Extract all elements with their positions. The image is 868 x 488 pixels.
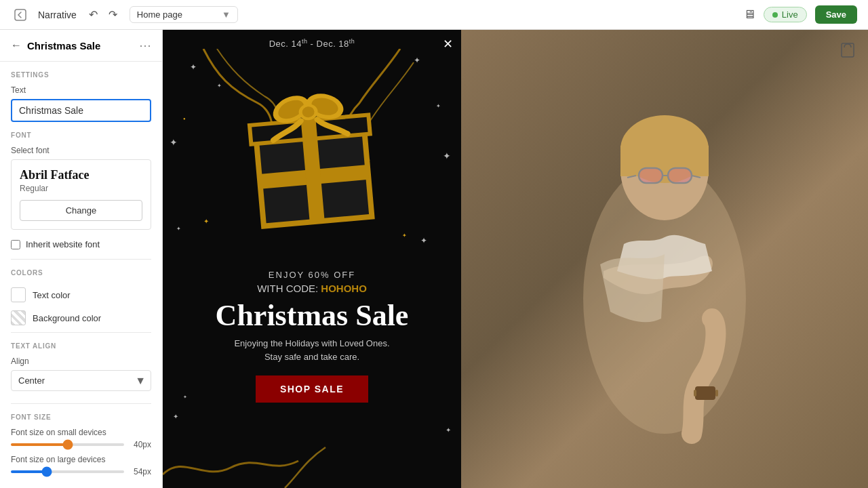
text-input[interactable] <box>11 99 151 122</box>
cart-icon[interactable] <box>838 46 857 63</box>
shop-sale-button[interactable]: SHOP SALE <box>256 375 368 403</box>
star-bottom-left: ✦ <box>173 413 178 420</box>
star-decoration: ✦ <box>436 103 441 109</box>
bottom-ribbon-svg <box>163 434 461 488</box>
divider-3 <box>11 403 151 404</box>
topbar-right: 🖥 Live Save <box>743 5 857 24</box>
live-dot <box>772 12 778 18</box>
divider-2 <box>11 332 151 333</box>
model-svg <box>536 81 793 488</box>
gift-image-area: ✦ ✦ ✦ ✦ ✦ ✦ ✦ ✦ <box>163 49 461 259</box>
align-label: Align <box>11 357 151 366</box>
settings-label: SETTINGS <box>11 71 151 79</box>
undo-redo-nav: ↶ ↷ <box>85 5 121 24</box>
svg-rect-23 <box>669 169 691 182</box>
small-device-slider-row: 40px <box>11 440 151 449</box>
right-image-area <box>461 30 868 488</box>
svg-rect-12 <box>842 43 854 57</box>
align-select[interactable]: Center Left Right <box>11 370 151 391</box>
small-device-slider[interactable] <box>11 443 124 446</box>
large-device-label: Font size on large devices <box>11 455 151 464</box>
settings-section: SETTINGS Text FONT Select font Abril Fat… <box>0 62 162 391</box>
device-icon[interactable]: 🖥 <box>743 7 755 22</box>
font-size-label: FONT SIZE <box>11 413 151 421</box>
sparkle: ● <box>183 117 186 121</box>
change-font-button[interactable]: Change <box>20 200 142 221</box>
sidebar-title: Christmas Sale <box>27 40 134 52</box>
text-color-row: Text color <box>11 283 151 306</box>
enjoy-text: ENJOY 60% OFF <box>179 270 445 280</box>
save-button[interactable]: Save <box>815 5 857 24</box>
star-small: ✦ <box>183 394 187 400</box>
inherit-font-label: Inherit website font <box>26 239 100 249</box>
font-size-section: FONT SIZE Font size on small devices 40p… <box>0 391 162 486</box>
code-text: WITH CODE: HOHOHO <box>179 283 445 294</box>
promo-content: ENJOY 60% OFF WITH CODE: HOHOHO Christma… <box>163 259 461 413</box>
main-layout: ← Christmas Sale ⋯ SETTINGS Text FONT Se… <box>0 30 868 488</box>
select-font-label: Select font <box>11 146 151 155</box>
text-color-label: Text color <box>33 290 71 300</box>
svg-rect-25 <box>694 390 696 396</box>
sidebar-header: ← Christmas Sale ⋯ <box>0 30 162 62</box>
svg-rect-26 <box>715 390 718 396</box>
star-decoration: ✦ <box>176 226 181 232</box>
small-device-label: Font size on small devices <box>11 428 151 437</box>
colors-label: COLORS <box>11 269 151 277</box>
cart-icon-wrapper <box>838 41 857 64</box>
svg-rect-16 <box>620 146 709 176</box>
canvas-area: Dec. 14th - Dec. 18th ✕ ✦ ✦ ✦ ✦ ✦ ✦ ✦ ✦ <box>163 30 868 488</box>
subtitle: Enjoying the Holidays with Loved Ones. S… <box>179 337 445 363</box>
star-bottom-right: ✦ <box>446 426 451 434</box>
svg-rect-0 <box>15 9 26 20</box>
topbar-left: Narrative ↶ ↷ Home page ▼ <box>11 5 735 24</box>
redo-button[interactable]: ↷ <box>104 5 121 24</box>
undo-button[interactable]: ↶ <box>85 5 102 24</box>
font-label: FONT <box>11 131 151 139</box>
inherit-font-row: Inherit website font <box>11 232 151 256</box>
large-device-value: 54px <box>130 467 151 476</box>
live-badge: Live <box>764 7 807 22</box>
font-box: Abril Fatface Regular Change <box>11 159 151 230</box>
text-color-swatch[interactable] <box>11 287 26 302</box>
sidebar-more-button[interactable]: ⋯ <box>139 38 151 53</box>
gift-box-svg <box>231 66 393 241</box>
large-device-slider-row: 54px <box>11 467 151 476</box>
star-decoration: ✦ <box>217 83 222 89</box>
inherit-font-checkbox[interactable] <box>11 240 20 249</box>
star-decoration: ✦ <box>443 150 451 161</box>
sale-title: Christmas Sale <box>179 298 445 333</box>
star-decoration: ✦ <box>414 56 420 65</box>
promo-date: Dec. 14th - Dec. 18th <box>163 30 461 49</box>
align-select-wrapper: Center Left Right ▼ <box>11 370 151 391</box>
bg-color-swatch[interactable] <box>11 310 26 325</box>
star-decoration: ✦ <box>170 137 178 148</box>
app-title: Narrative <box>38 9 77 20</box>
bg-color-label: Background color <box>33 313 101 323</box>
sidebar-back-button[interactable]: ← <box>11 39 22 52</box>
promo-card: Dec. 14th - Dec. 18th ✕ ✦ ✦ ✦ ✦ ✦ ✦ ✦ ✦ <box>163 30 461 488</box>
font-style: Regular <box>20 184 142 193</box>
sparkle: ✦ <box>402 232 407 239</box>
svg-rect-5 <box>301 120 317 140</box>
star-decoration: ✦ <box>190 62 197 72</box>
text-align-label: TEXT ALIGN <box>11 342 151 350</box>
code-highlight: HOHOHO <box>321 283 367 294</box>
bg-color-row: Background color <box>11 306 151 329</box>
text-field-label: Text <box>11 85 151 95</box>
topbar: Narrative ↶ ↷ Home page ▼ 🖥 Live Save <box>0 0 868 30</box>
divider-1 <box>11 259 151 260</box>
sparkle: ✦ <box>203 218 209 225</box>
svg-rect-22 <box>639 169 662 182</box>
large-device-slider[interactable] <box>11 470 124 473</box>
page-selector[interactable]: Home page ▼ <box>130 6 238 23</box>
svg-rect-24 <box>695 386 715 400</box>
font-name: Abril Fatface <box>20 168 142 182</box>
sidebar: ← Christmas Sale ⋯ SETTINGS Text FONT Se… <box>0 30 163 488</box>
small-device-value: 40px <box>130 440 151 449</box>
back-icon[interactable] <box>11 5 30 24</box>
star-decoration: ✦ <box>420 236 427 245</box>
